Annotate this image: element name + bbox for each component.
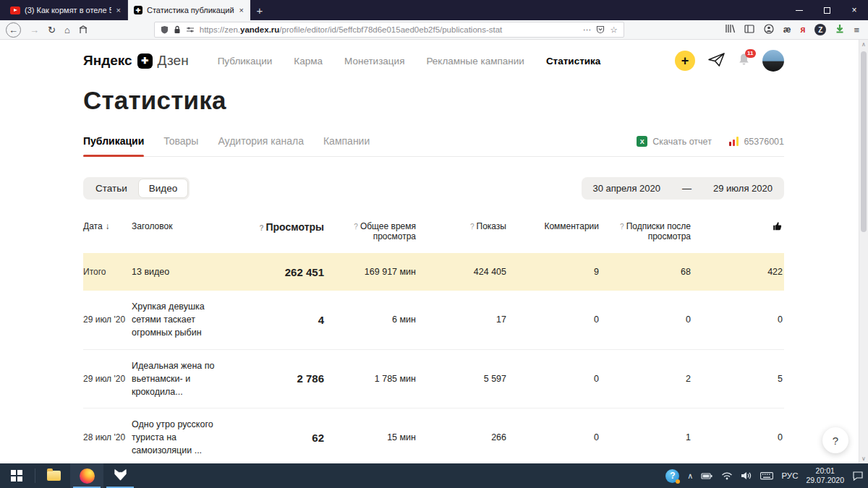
close-window-button[interactable]: × xyxy=(841,0,868,20)
reload-button[interactable]: ↻ xyxy=(48,25,56,35)
hint-icon[interactable]: ? xyxy=(620,223,624,231)
nav-item-karma[interactable]: Карма xyxy=(294,56,323,67)
send-message-icon[interactable] xyxy=(707,52,726,70)
hint-icon[interactable]: ? xyxy=(259,224,263,232)
row-title[interactable]: Идеальная жена по вьетнамски- и крокодил… xyxy=(132,359,233,398)
create-post-button[interactable]: + xyxy=(675,51,695,71)
page-actions-ellipsis-icon[interactable]: ⋯ xyxy=(583,25,592,35)
metrika-link[interactable]: 65376001 xyxy=(729,137,784,147)
close-tab-icon[interactable]: × xyxy=(239,6,244,14)
back-button[interactable]: ← xyxy=(6,22,21,38)
avatar[interactable] xyxy=(762,50,784,72)
extension-yandex-icon[interactable]: я xyxy=(800,25,805,35)
column-header-likes[interactable] xyxy=(691,221,783,234)
stats-tabs: Публикации Товары Аудитория канала Кампа… xyxy=(83,135,370,156)
row-views: 2 786 xyxy=(233,372,324,385)
extension-download-icon[interactable] xyxy=(835,24,844,35)
bookmark-star-icon[interactable]: ☆ xyxy=(610,25,617,35)
start-button[interactable] xyxy=(0,463,33,488)
url-text: https://zen.yandex.ru/profile/editor/id/… xyxy=(200,25,578,34)
page-title: Статистика xyxy=(83,86,784,115)
volume-icon[interactable] xyxy=(741,471,752,480)
scroll-down-icon[interactable]: ∨ xyxy=(861,455,866,462)
taskbar-clock[interactable]: 20:01 29.07.2020 xyxy=(806,466,844,485)
tab-campaigns[interactable]: Кампании xyxy=(323,135,370,156)
views-header-label: Просмотры xyxy=(265,221,324,233)
permissions-icon[interactable] xyxy=(186,26,195,33)
row-views: 4 xyxy=(233,314,324,326)
date-range-picker[interactable]: 30 апреля 2020 — 29 июля 2020 xyxy=(582,177,785,200)
zen-brand-logo[interactable]: Яндекс Дзен xyxy=(83,53,189,69)
row-likes: 5 xyxy=(691,374,783,384)
download-report-link[interactable]: X Скачать отчет xyxy=(637,136,712,147)
library-icon[interactable] xyxy=(725,24,735,35)
tab-goods[interactable]: Товары xyxy=(163,135,198,156)
battery-icon[interactable] xyxy=(701,471,713,480)
restore-button[interactable] xyxy=(813,0,841,20)
menu-hamburger-icon[interactable]: ≡ xyxy=(854,25,859,35)
windows-logo-icon xyxy=(11,470,22,481)
tracking-protection-shield-icon[interactable] xyxy=(161,25,169,34)
file-explorer-button[interactable] xyxy=(37,463,70,488)
column-header-date[interactable]: Дата↓ xyxy=(83,221,132,231)
minimize-icon xyxy=(796,10,803,11)
tray-chevron-up-icon[interactable]: ∧ xyxy=(687,471,693,481)
help-tray-icon[interactable]: ? xyxy=(665,469,679,483)
row-impressions: 266 xyxy=(416,432,506,442)
keyboard-icon[interactable] xyxy=(760,471,773,480)
nav-item-statistics[interactable]: Статистика xyxy=(546,56,600,67)
bookmarks-toolbar-icon[interactable] xyxy=(79,25,88,34)
extension-ae-icon[interactable]: æ xyxy=(783,25,791,35)
totals-watch-time: 169 917 мин xyxy=(324,267,416,277)
firefox-taskbar-button[interactable] xyxy=(70,463,103,488)
totals-comments: 9 xyxy=(506,267,599,277)
wifi-icon[interactable] xyxy=(721,471,733,480)
nav-item-ad-campaigns[interactable]: Рекламные кампании xyxy=(426,56,524,67)
filter-video-button[interactable]: Видео xyxy=(138,179,188,198)
home-button[interactable]: ⌂ xyxy=(64,25,70,35)
scrollbar-thumb[interactable] xyxy=(861,51,867,232)
sidebar-icon[interactable] xyxy=(744,25,754,35)
url-bar[interactable]: https://zen.yandex.ru/profile/editor/id/… xyxy=(154,22,624,38)
pocket-icon[interactable] xyxy=(596,25,605,34)
language-indicator[interactable]: РУС xyxy=(781,471,798,480)
browser-tab-zen-stats[interactable]: Статистика публикаций | Янд × xyxy=(127,0,250,20)
row-date: 29 июл '20 xyxy=(83,314,132,325)
tab-channel-audience[interactable]: Аудитория канала xyxy=(218,135,304,156)
hint-icon[interactable]: ? xyxy=(354,223,358,231)
row-title[interactable]: Хрупкая девушка сетями таскает огромных … xyxy=(132,300,233,339)
scroll-up-icon[interactable]: ∧ xyxy=(861,41,866,48)
vertical-scrollbar[interactable]: ∧ ∨ xyxy=(859,40,868,463)
header-actions: + 11 xyxy=(675,50,784,72)
column-header-impressions[interactable]: ?Показы xyxy=(416,221,506,231)
notifications-bell-icon[interactable]: 11 xyxy=(738,53,750,69)
filter-articles-button[interactable]: Статьи xyxy=(85,179,138,198)
fox-app-taskbar-button[interactable] xyxy=(103,463,137,488)
lock-icon[interactable] xyxy=(174,25,181,34)
date-to[interactable]: 29 июля 2020 xyxy=(713,183,773,194)
action-center-icon[interactable] xyxy=(852,471,864,481)
close-tab-icon[interactable]: × xyxy=(116,6,122,14)
nav-item-monetization[interactable]: Монетизация xyxy=(344,56,404,67)
date-from[interactable]: 30 апреля 2020 xyxy=(593,183,661,194)
row-title[interactable]: Одно утро русского туриста на самоизоляц… xyxy=(132,418,233,457)
help-button[interactable]: ? xyxy=(822,427,848,453)
row-date: 29 июл '20 xyxy=(83,374,132,384)
minimize-button[interactable] xyxy=(786,0,813,20)
sort-desc-icon: ↓ xyxy=(106,221,110,231)
browser-tab-youtube[interactable]: (3) Как кормят в отеле 5* Шве × xyxy=(4,0,127,20)
column-header-comments[interactable]: Комментарии xyxy=(506,221,599,231)
new-tab-button[interactable]: + xyxy=(250,0,269,20)
url-domain: yandex.ru xyxy=(240,25,279,34)
column-header-watch-time[interactable]: ?Общее время просмотра xyxy=(324,221,416,241)
column-header-subscriptions[interactable]: ?Подписки после просмотра xyxy=(599,221,691,241)
tab-publications[interactable]: Публикации xyxy=(83,135,144,156)
hint-icon[interactable]: ? xyxy=(470,223,475,231)
column-header-views[interactable]: ?Просмотры xyxy=(233,221,324,233)
url-path: /profile/editor/id/5effcbf78d6e015aed0eb… xyxy=(279,25,502,34)
extension-zen-icon[interactable]: Z xyxy=(814,24,826,35)
account-icon[interactable] xyxy=(764,24,774,36)
column-header-title[interactable]: Заголовок xyxy=(132,221,233,231)
nav-item-publications[interactable]: Публикации xyxy=(218,56,273,67)
forward-button[interactable]: → xyxy=(30,25,39,35)
